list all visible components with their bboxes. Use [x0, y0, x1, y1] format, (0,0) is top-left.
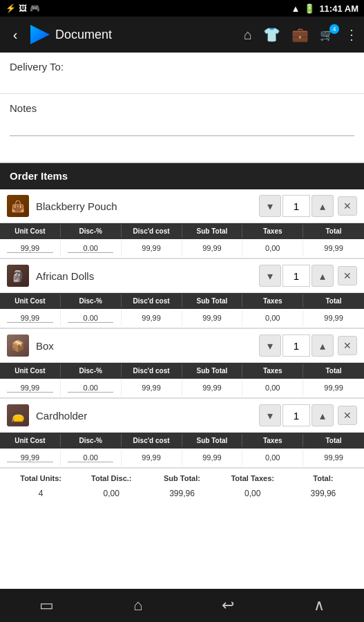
col-unitcost-3: Unit Cost — [0, 434, 61, 447]
item-row-0: 👜 Blackberry Pouch ▾ 1 ▴ ✕ — [0, 189, 364, 223]
total-value: 399,96 — [288, 487, 358, 500]
briefcase-icon[interactable]: 💼 — [291, 26, 309, 43]
col-unitcost-0: Unit Cost — [0, 225, 61, 238]
col-disccost-2: Disc'd cost — [122, 364, 182, 377]
qty-down-btn-3[interactable]: ▾ — [259, 404, 281, 426]
qty-down-btn-2[interactable]: ▾ — [259, 334, 281, 357]
total-units-value: 4 — [6, 487, 76, 500]
val-disc-3 — [61, 450, 122, 466]
col-total-2: Total — [303, 364, 364, 377]
item-icon-3: 👝 — [7, 404, 29, 426]
order-items-title: Order Items — [10, 170, 68, 182]
input-unitcost-1[interactable] — [7, 314, 52, 323]
remove-btn-0[interactable]: ✕ — [338, 196, 357, 216]
home-button[interactable]: ⌂ — [133, 596, 142, 614]
notes-label: Notes — [10, 102, 37, 114]
qty-controls-1: ▾ 1 ▴ ✕ — [259, 265, 357, 287]
col-disc-1: Disc-% — [61, 294, 122, 308]
val-subtotal-3: 99,99 — [182, 450, 243, 466]
qty-up-btn-1[interactable]: ▴ — [312, 265, 334, 287]
status-bar: ⚡ 🖼 🎮 ▲ 🔋 11:41 AM — [0, 0, 364, 17]
item-icon-0: 👜 — [7, 195, 29, 217]
home-icon[interactable]: ⌂ — [244, 27, 252, 43]
usb-icon: ⚡ — [6, 3, 16, 13]
val-taxes-2: 0,00 — [242, 380, 303, 396]
up-button[interactable]: ∧ — [314, 596, 325, 614]
main-content: Delivery To: Notes Order Items 👜 Blackbe… — [0, 53, 364, 589]
items-container: 👜 Blackberry Pouch ▾ 1 ▴ ✕ Unit Cost Dis… — [0, 189, 364, 469]
val-subtotal-2: 99,99 — [182, 380, 243, 396]
val-disccost-3: 99,99 — [122, 450, 182, 466]
val-disc-0 — [61, 241, 122, 256]
item-emoji-3: 👝 — [11, 409, 25, 422]
status-right: ▲ 🔋 11:41 AM — [291, 3, 358, 14]
remove-btn-3[interactable]: ✕ — [338, 406, 357, 425]
total-subtotal-label: Sub Total: — [146, 473, 217, 484]
item-emoji-1: 🗿 — [11, 270, 25, 283]
qty-up-btn-2[interactable]: ▴ — [312, 334, 334, 357]
recents-button[interactable]: ▭ — [39, 596, 54, 614]
qty-value-3: 1 — [282, 404, 310, 426]
more-options-icon[interactable]: ⋮ — [345, 26, 358, 43]
title-bar: ‹ Document ⌂ 👕 💼 🛒 4 ⋮ — [0, 17, 364, 53]
input-disc-2[interactable] — [68, 384, 113, 393]
item-name-2: Box — [36, 340, 259, 352]
input-disc-0[interactable] — [68, 244, 113, 253]
val-total-3: 99,99 — [303, 450, 364, 466]
col-total-0: Total — [303, 225, 364, 238]
battery-icon: 🔋 — [304, 3, 315, 14]
app-logo — [30, 25, 50, 44]
val-total-2: 99,99 — [303, 380, 364, 396]
totals-values-row: 4 0,00 399,96 0,00 399,96 — [0, 485, 364, 506]
val-unitcost-1 — [0, 310, 61, 326]
wifi-icon: ▲ — [291, 3, 300, 14]
input-disc-1[interactable] — [68, 314, 113, 323]
qty-controls-2: ▾ 1 ▴ ✕ — [259, 334, 357, 357]
val-taxes-0: 0,00 — [242, 241, 303, 256]
val-taxes-1: 0,00 — [242, 310, 303, 326]
col-taxes-2: Taxes — [242, 364, 303, 377]
col-subtotal-0: Sub Total — [182, 225, 243, 238]
col-taxes-1: Taxes — [242, 294, 303, 308]
remove-btn-1[interactable]: ✕ — [338, 266, 357, 285]
col-subtotal-1: Sub Total — [182, 294, 243, 308]
qty-down-btn-0[interactable]: ▾ — [259, 195, 281, 217]
qty-value-2: 1 — [282, 334, 310, 357]
col-disc-3: Disc-% — [61, 434, 122, 447]
qty-value-0: 1 — [282, 195, 310, 217]
back-nav-button[interactable]: ↩ — [222, 596, 234, 614]
qty-up-btn-0[interactable]: ▴ — [312, 195, 334, 217]
input-unitcost-3[interactable] — [7, 453, 52, 462]
cart-button[interactable]: 🛒 4 — [320, 28, 334, 41]
input-disc-3[interactable] — [68, 453, 113, 462]
item-row-1: 🗿 African Dolls ▾ 1 ▴ ✕ — [0, 259, 364, 293]
cost-values-1: 99,99 99,99 0,00 99,99 — [0, 309, 364, 329]
cost-header-1: Unit Cost Disc-% Disc'd cost Sub Total T… — [0, 293, 364, 309]
qty-controls-0: ▾ 1 ▴ ✕ — [259, 195, 357, 217]
val-unitcost-0 — [0, 241, 61, 256]
clock: 11:41 AM — [319, 3, 358, 14]
cost-values-3: 99,99 99,99 0,00 99,99 — [0, 449, 364, 469]
total-label: Total: — [288, 473, 358, 484]
shirt-icon[interactable]: 👕 — [263, 26, 280, 43]
back-button[interactable]: ‹ — [6, 27, 25, 43]
cost-values-0: 99,99 99,99 0,00 99,99 — [0, 239, 364, 259]
remove-btn-2[interactable]: ✕ — [338, 336, 357, 355]
status-left: ⚡ 🖼 🎮 — [6, 3, 40, 13]
item-name-1: African Dolls — [36, 270, 259, 282]
cost-header-3: Unit Cost Disc-% Disc'd cost Sub Total T… — [0, 433, 364, 449]
item-row-3: 👝 Cardholder ▾ 1 ▴ ✕ — [0, 399, 364, 433]
cost-header-0: Unit Cost Disc-% Disc'd cost Sub Total T… — [0, 223, 364, 239]
val-total-0: 99,99 — [303, 241, 364, 256]
qty-down-btn-1[interactable]: ▾ — [259, 265, 281, 287]
total-taxes-label: Total Taxes: — [218, 473, 288, 484]
input-unitcost-0[interactable] — [7, 244, 52, 253]
col-unitcost-2: Unit Cost — [0, 364, 61, 377]
delivery-label: Delivery To: — [10, 61, 64, 73]
item-icon-2: 📦 — [7, 334, 29, 357]
cart-badge: 4 — [329, 24, 339, 34]
col-disc-0: Disc-% — [61, 225, 122, 238]
col-total-1: Total — [303, 294, 364, 308]
qty-up-btn-3[interactable]: ▴ — [312, 404, 334, 426]
input-unitcost-2[interactable] — [7, 384, 52, 393]
